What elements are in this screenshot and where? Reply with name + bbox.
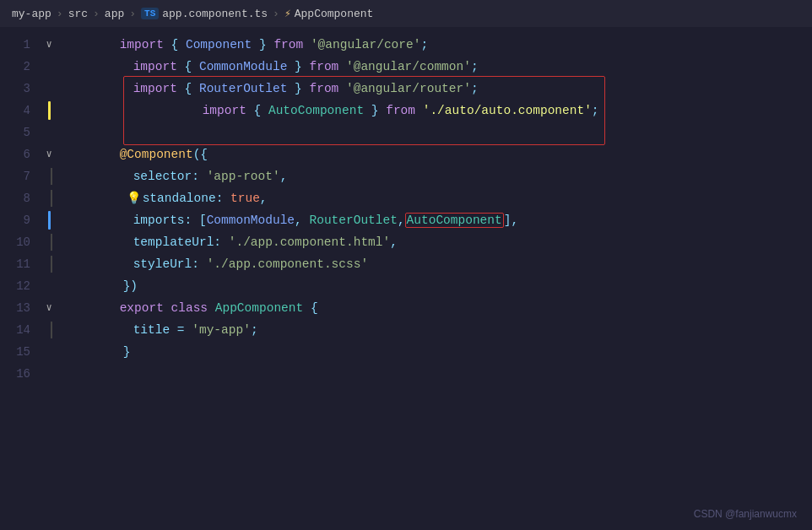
line-num-9: 9 bbox=[0, 209, 42, 231]
breadcrumb-ts-badge: TS bbox=[141, 8, 159, 19]
component-name: AppComponent bbox=[295, 8, 374, 20]
line-num-12: 12 bbox=[0, 275, 42, 297]
gutter-10 bbox=[42, 234, 57, 251]
line-num-2: 2 bbox=[0, 56, 42, 78]
component-icon: ⚡ bbox=[284, 7, 291, 20]
code-area: 1 ∨ import { Component } from '@angular/… bbox=[0, 27, 812, 530]
breadcrumb-sep-1: › bbox=[57, 8, 63, 20]
line-num-4: 4 bbox=[0, 100, 42, 122]
breadcrumb: my-app › src › app › TS app.component.ts… bbox=[0, 0, 812, 27]
line-content-16 bbox=[57, 363, 812, 385]
line-num-6: 6 bbox=[0, 143, 42, 165]
line-num-7: 7 bbox=[0, 165, 42, 187]
gutter-7 bbox=[42, 168, 57, 185]
line-num-13: 13 bbox=[0, 297, 42, 319]
gutter-4 bbox=[42, 101, 57, 120]
breadcrumb-app[interactable]: app bbox=[105, 8, 124, 20]
line-num-3: 3 bbox=[0, 78, 42, 100]
breadcrumb-src[interactable]: src bbox=[68, 8, 88, 20]
breadcrumb-sep-2: › bbox=[93, 8, 100, 20]
editor-container: my-app › src › app › TS app.component.ts… bbox=[0, 0, 812, 530]
line-num-16: 16 bbox=[0, 363, 42, 385]
line-num-5: 5 bbox=[0, 122, 42, 143]
gutter-8 bbox=[42, 190, 57, 207]
gutter-13: ∨ bbox=[42, 297, 57, 319]
line-num-8: 8 bbox=[0, 187, 42, 209]
gutter-6: ∨ bbox=[42, 143, 57, 165]
line-num-11: 11 bbox=[0, 253, 42, 275]
line-num-15: 15 bbox=[0, 341, 42, 363]
code-line-16: 16 bbox=[0, 363, 812, 385]
gutter-1: ∨ bbox=[42, 34, 57, 56]
breadcrumb-sep-3: › bbox=[129, 8, 136, 20]
breadcrumb-filename[interactable]: app.component.ts bbox=[162, 8, 268, 20]
line-num-10: 10 bbox=[0, 231, 42, 253]
gutter-11 bbox=[42, 256, 57, 273]
gutter-9 bbox=[42, 211, 57, 230]
gutter-14 bbox=[42, 322, 57, 338]
breadcrumb-sep-4: › bbox=[273, 8, 279, 20]
line-num-14: 14 bbox=[0, 319, 42, 341]
breadcrumb-my-app[interactable]: my-app bbox=[12, 8, 51, 20]
line-num-1: 1 bbox=[0, 34, 42, 56]
code-line-15: 15 } bbox=[0, 341, 812, 363]
line-9-change-marker bbox=[48, 211, 51, 230]
line-4-change-marker bbox=[48, 101, 51, 120]
attribution: CSDN @fanjianwucmx bbox=[694, 508, 797, 520]
breadcrumb-component[interactable]: ⚡ AppComponent bbox=[284, 7, 373, 20]
code-line-4: 4 import { AutoComponent } from './auto/… bbox=[0, 100, 812, 122]
